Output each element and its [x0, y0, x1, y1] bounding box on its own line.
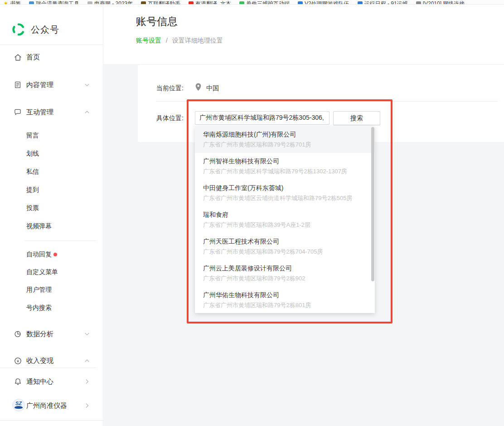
sidebar-item-underline[interactable]: 划线 [0, 148, 103, 160]
page: ★书签 瑞合流量查询工具 电商网 - 2023年 互联翻译助手 有道翻译_文本 … [0, 0, 504, 426]
sidebar-item-notification-center[interactable]: 通知中心 [0, 376, 103, 387]
breadcrumb-separator: / [166, 37, 168, 44]
suggestion-name: 广州华佑生物科技有限公司 [203, 291, 361, 299]
sidebar-item-label: 自定义菜单 [26, 268, 58, 276]
bookmark-label: 单件三维护互动端 [246, 0, 290, 5]
wave-icon [15, 406, 23, 409]
sidebar-item-label: 投票 [26, 204, 39, 212]
home-icon [13, 53, 22, 62]
sidebar-item-content-management[interactable]: 内容管理 [0, 79, 103, 91]
favicon-icon [298, 1, 303, 5]
favicon-icon [189, 1, 194, 5]
sidebar-item-user-management[interactable]: 用户管理 [0, 284, 103, 296]
sidebar-item-votes[interactable]: 投票 [0, 202, 103, 214]
sidebar-item-label: 提到 [26, 186, 39, 194]
suggestion-address: 广东省广州市黄埔区瑞和路79号2栋902 [203, 274, 361, 282]
favicon-icon [239, 1, 244, 5]
sidebar-item-custom-menu[interactable]: 自定义菜单 [0, 266, 103, 278]
list-item[interactable]: 华南烁源细胞科技(广州)有限公司 广东省广州市黄埔区瑞和路79号2栋701房 [195, 126, 375, 153]
dropdown-scrollbar[interactable] [371, 127, 374, 281]
star-icon: ★ [4, 0, 8, 5]
chevron-up-icon [83, 108, 91, 116]
breadcrumb-link-account-settings[interactable]: 账号设置 [136, 37, 161, 44]
location-search-input[interactable] [195, 111, 330, 125]
list-item[interactable]: 广州华佑生物科技有限公司 广东省广州市黄埔区瑞和路79号2栋801房 [195, 287, 375, 313]
favicon-icon [141, 1, 146, 5]
sidebar-item-label: 私信 [26, 168, 39, 176]
breadcrumb: 账号设置 / 设置详细地理位置 [136, 37, 223, 45]
sidebar-item-mentions[interactable]: 提到 [0, 184, 103, 196]
yen-circle-icon: ¥ [13, 356, 22, 365]
bookmark-item[interactable]: 有道翻译_文本 [189, 0, 231, 5]
sidebar-item-label: 划线 [26, 150, 39, 158]
sidebar-item-interaction-management[interactable]: 互动管理 [0, 106, 103, 118]
avatar-monogram: SZ [13, 401, 24, 406]
bell-icon [13, 377, 22, 386]
suggestion-name: 广州智祥生物科技有限公司 [203, 157, 361, 166]
bookmark-item[interactable]: [V2010] 网络连接 [416, 0, 465, 5]
notification-dot [53, 253, 57, 256]
favicon-icon [87, 1, 92, 5]
suggestion-address: 广东省广州市黄埔区科学城瑞和路79号2栋1302-1307房 [203, 167, 361, 175]
bookmark-item[interactable]: ★书签 [4, 0, 21, 5]
list-item[interactable]: 中田健身工作室(万科东荟城) 广东省广州市黄埔区云埔街道科学城瑞和路79号2栋5… [195, 180, 375, 206]
browser-bookmarks-bar: ★书签 瑞合流量查询工具 电商网 - 2023年 互联翻译助手 有道翻译_文本 … [0, 0, 504, 5]
sidebar-item-label: 自动回复 [26, 250, 52, 259]
sidebar-item-home[interactable]: 首页 [0, 51, 103, 63]
sidebar-item-account-switcher[interactable]: SZ 广州尚准仪器 [0, 400, 103, 411]
pie-chart-icon [13, 329, 22, 338]
current-location-label: 当前位置: [156, 84, 184, 93]
wechat-mp-logo-icon [12, 23, 25, 36]
bookmark-label: 瑞合流量查询工具 [36, 0, 79, 5]
document-icon [13, 80, 22, 89]
suggestion-address: 广东省广州市黄埔区瑞和路39号A座1-2层 [203, 221, 361, 229]
sidebar-item-label: 内容管理 [26, 81, 53, 89]
sidebar-item-in-account-search[interactable]: 号内搜索 [0, 302, 103, 314]
favicon-icon [416, 1, 421, 5]
list-item[interactable]: 广州云上美居装修设计有限公司 广东省广州市黄埔区瑞和路79号2栋902 [195, 260, 375, 287]
sidebar-item-private-message[interactable]: 私信 [0, 166, 103, 178]
logo-text: 公众号 [31, 24, 59, 36]
location-suggestions-dropdown: 华南烁源细胞科技(广州)有限公司 广东省广州市黄埔区瑞和路79号2栋701房 广… [195, 126, 375, 313]
sidebar-item-auto-reply[interactable]: 自动回复 [0, 249, 103, 260]
bookmark-item[interactable]: 运行日程 - 91运维 [358, 0, 408, 5]
divider [24, 240, 97, 241]
bookmark-item[interactable]: 单件三维护互动端 [239, 0, 290, 5]
suggestion-address: 广东省广州市黄埔区瑞和路79号2栋701房 [203, 141, 361, 148]
divider [156, 101, 498, 102]
divider [0, 420, 103, 421]
sidebar-item-label: 通知中心 [26, 377, 53, 386]
bookmark-label: 电商网 - 2023年 [94, 0, 133, 5]
bookmark-item[interactable]: 电商网 - 2023年 [87, 0, 133, 5]
sidebar-item-label: 留言 [26, 132, 39, 140]
chevron-right-icon [83, 378, 91, 385]
detail-location-label: 具体位置: [156, 114, 184, 122]
search-button[interactable]: 搜索 [333, 111, 380, 125]
sidebar-item-label: 号内搜索 [26, 304, 52, 312]
sidebar-item-comments[interactable]: 留言 [0, 130, 103, 142]
chevron-down-icon [83, 330, 91, 338]
bookmark-item[interactable]: 瑞合流量查询工具 [29, 0, 79, 5]
bookmark-label: 有道翻译_文本 [195, 0, 231, 5]
sidebar-item-label: 数据分析 [26, 330, 53, 338]
bookmark-label: 互联翻译助手 [148, 0, 180, 5]
divider [0, 367, 97, 368]
current-location-value: 中国 [206, 84, 219, 93]
list-item[interactable]: 广州智祥生物科技有限公司 广东省广州市黄埔区科学城瑞和路79号2栋1302-13… [195, 153, 375, 180]
sidebar-item-label: 视频弹幕 [26, 222, 52, 230]
list-item[interactable]: 瑞和食府 广东省广州市黄埔区瑞和路39号A座1-2层 [195, 206, 375, 233]
bookmark-item[interactable]: 互联翻译助手 [141, 0, 180, 5]
sidebar-item-label: 首页 [26, 53, 40, 62]
main-header: 账号信息 账号设置 / 设置详细地理位置 [103, 5, 504, 64]
sidebar-item-monetization[interactable]: ¥ 收入变现 [0, 355, 103, 367]
sidebar-item-data-analysis[interactable]: 数据分析 [0, 328, 103, 340]
sidebar-item-video-danmu[interactable]: 视频弹幕 [0, 220, 103, 232]
favicon-icon [29, 1, 34, 5]
bookmark-label: 运行日程 - 91运维 [364, 0, 408, 5]
account-avatar: SZ [12, 399, 25, 411]
official-account-logo[interactable]: 公众号 [12, 23, 59, 36]
chat-bubble-icon [13, 108, 22, 117]
bookmark-item[interactable]: V2处理网游戏队伍 [298, 0, 349, 5]
divider [0, 44, 103, 45]
list-item[interactable]: 广州天医工程技术有限公司 广东省广州市黄埔区瑞和路79号2栋704-705房 [195, 233, 375, 260]
